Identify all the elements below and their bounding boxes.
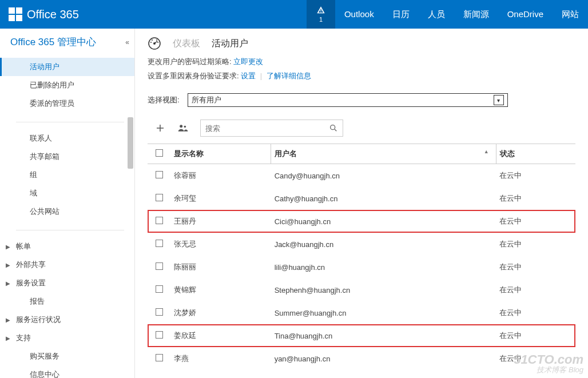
add-user-button[interactable] <box>154 122 166 134</box>
table-row[interactable]: 徐蓉丽Candy@huangjh.cn在云中 <box>148 164 575 188</box>
plus-icon <box>155 123 165 133</box>
brand-logo[interactable]: Office 365 <box>0 7 79 21</box>
sidebar-item-label: 公共网站 <box>30 206 59 217</box>
nav-sites[interactable]: 网站 <box>553 0 588 29</box>
sort-asc-icon: ▲ <box>484 149 489 154</box>
table-row[interactable]: 陈丽丽lili@huangjh.cn在云中 <box>148 256 575 278</box>
sidebar-item-label: 域 <box>30 188 37 198</box>
collapse-sidebar-icon[interactable]: « <box>125 38 128 46</box>
notification-bell[interactable]: 1 <box>307 0 335 29</box>
sidebar-item-deleted-users[interactable]: 已删除的用户 <box>0 76 134 94</box>
sidebar-item-label: 外部共享 <box>16 260 46 270</box>
row-checkbox[interactable] <box>156 194 163 201</box>
cell-status: 在云中 <box>496 278 575 301</box>
row-checkbox[interactable] <box>156 217 163 224</box>
cell-username: Candy@huangjh.cn <box>271 164 496 188</box>
cell-username: Cathy@huangjh.cn <box>271 187 496 210</box>
cell-username: lili@huangjh.cn <box>271 256 496 278</box>
row-checkbox[interactable] <box>156 285 163 293</box>
alert-icon <box>316 6 325 15</box>
row-checkbox[interactable] <box>156 262 163 270</box>
table-row[interactable]: 沈梦娇Summer@huangjh.cn在云中 <box>148 301 575 324</box>
admin-sidebar: Office 365 管理中心 « 活动用户 已删除的用户 委派的管理员 联系人… <box>0 29 135 378</box>
page-title: 活动用户 <box>212 38 248 50</box>
cell-display-name: 余珂玺 <box>170 187 271 210</box>
breadcrumb: 仪表板 活动用户 <box>148 37 575 50</box>
cell-username: Summer@huangjh.cn <box>271 301 496 324</box>
chevron-right-icon: ▶ <box>6 244 16 250</box>
nav-outlook[interactable]: Outlook <box>335 0 383 29</box>
sidebar-item-contacts[interactable]: 联系人 <box>0 129 134 148</box>
people-icon <box>177 122 189 134</box>
table-row[interactable]: 张无忌Jack@huangjh.cn在云中 <box>148 233 575 256</box>
bulk-users-button[interactable] <box>177 122 189 134</box>
cell-status: 在云中 <box>496 187 575 210</box>
view-select[interactable]: 所有用户 ▾ <box>188 93 508 107</box>
mfa-learn-more-link[interactable]: 了解详细信息 <box>267 71 311 80</box>
office-grid-icon <box>9 7 22 21</box>
sidebar-item-shared-mailbox[interactable]: 共享邮箱 <box>0 148 134 166</box>
sidebar-item-active-users[interactable]: 活动用户 <box>0 58 134 76</box>
nav-calendar[interactable]: 日历 <box>383 0 419 29</box>
sidebar-item-service-settings[interactable]: ▶服务设置 <box>0 274 134 292</box>
cell-username: Cici@huangjh.cn <box>271 210 496 233</box>
chevron-down-icon: ▾ <box>494 95 504 105</box>
search-icon <box>329 124 338 133</box>
cell-display-name: 徐蓉丽 <box>170 164 271 188</box>
sidebar-item-billing[interactable]: ▶帐单 <box>0 237 134 256</box>
row-checkbox[interactable] <box>156 171 163 178</box>
sidebar-item-label: 报告 <box>30 296 45 307</box>
password-policy-label: 更改用户的密码过期策略: <box>148 57 233 66</box>
cell-status: 在云中 <box>496 324 575 347</box>
col-username[interactable]: 用户名▲ <box>271 144 496 164</box>
cell-status: 在云中 <box>496 256 575 278</box>
change-password-policy-link[interactable]: 立即更改 <box>233 57 263 66</box>
sidebar-item-label: 支持 <box>16 333 31 343</box>
search-users-input[interactable] <box>200 120 343 137</box>
mfa-setup-link[interactable]: 设置 <box>241 71 256 80</box>
sidebar-item-domains[interactable]: 域 <box>0 184 134 202</box>
svg-line-10 <box>335 129 336 131</box>
table-row[interactable]: 黄锦辉Stephenh@huangjh.cn在云中 <box>148 278 575 301</box>
cell-display-name: 黄锦辉 <box>170 278 271 301</box>
nav-newsfeed[interactable]: 新闻源 <box>454 0 498 29</box>
chevron-right-icon: ▶ <box>6 262 16 268</box>
sidebar-item-label: 信息中心 <box>30 369 59 378</box>
cell-status: 在云中 <box>496 210 575 233</box>
sidebar-item-label: 组 <box>30 170 37 180</box>
select-all-checkbox[interactable] <box>156 149 163 157</box>
cell-username: Tina@huangjh.cn <box>271 324 496 347</box>
sidebar-scrollbar-thumb[interactable] <box>128 117 133 169</box>
table-row[interactable]: 王丽丹Cici@huangjh.cn在云中 <box>148 210 575 233</box>
sidebar-item-reports[interactable]: 报告 <box>0 292 134 311</box>
sidebar-title: Office 365 管理中心 <box>10 35 125 49</box>
row-checkbox[interactable] <box>156 354 163 361</box>
sidebar-item-support[interactable]: ▶支持 <box>0 329 134 347</box>
nav-onedrive[interactable]: OneDrive <box>498 0 553 29</box>
svg-line-2 <box>154 41 157 43</box>
sidebar-item-delegated-admins[interactable]: 委派的管理员 <box>0 94 134 113</box>
nav-people[interactable]: 人员 <box>419 0 454 29</box>
col-status[interactable]: 状态 <box>496 144 575 164</box>
table-row[interactable]: 李燕yan@huangjh.cn在云中 <box>148 347 575 370</box>
sidebar-item-label: 服务设置 <box>16 278 46 288</box>
svg-point-9 <box>331 125 335 130</box>
cell-display-name: 姜欣廷 <box>170 324 271 347</box>
row-checkbox[interactable] <box>156 308 163 316</box>
sidebar-item-buy-services[interactable]: 购买服务 <box>0 347 134 365</box>
sidebar-item-external-sharing[interactable]: ▶外部共享 <box>0 256 134 274</box>
search-input-field[interactable] <box>205 124 329 133</box>
breadcrumb-dashboard[interactable]: 仪表板 <box>173 38 200 50</box>
sidebar-item-message-center[interactable]: 信息中心 <box>0 365 134 378</box>
col-display-name[interactable]: 显示名称 <box>170 144 271 164</box>
table-row[interactable]: 余珂玺Cathy@huangjh.cn在云中 <box>148 187 575 210</box>
sidebar-item-public-site[interactable]: 公共网站 <box>0 202 134 221</box>
main-content: 仪表板 活动用户 更改用户的密码过期策略: 立即更改 设置多重因素身份验证要求:… <box>135 29 588 378</box>
sidebar-item-groups[interactable]: 组 <box>0 166 134 184</box>
table-row[interactable]: 姜欣廷Tina@huangjh.cn在云中 <box>148 324 575 347</box>
sidebar-item-service-health[interactable]: ▶服务运行状况 <box>0 311 134 329</box>
chevron-right-icon: ▶ <box>6 335 16 341</box>
row-checkbox[interactable] <box>156 240 163 247</box>
cell-status: 在云中 <box>496 347 575 370</box>
row-checkbox[interactable] <box>156 331 163 339</box>
